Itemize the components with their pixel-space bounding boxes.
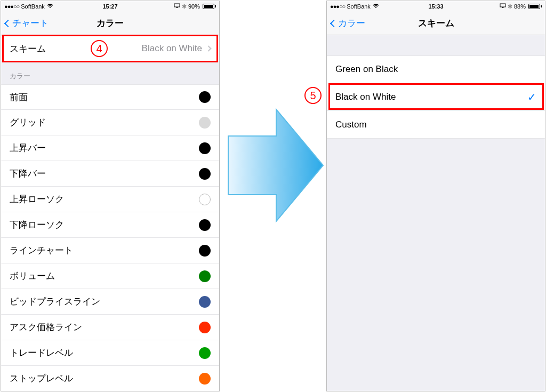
back-button[interactable]: カラー xyxy=(331,17,365,29)
status-time: 15:33 xyxy=(327,3,545,10)
phone-right: ●●●○○ SoftBank 15:33 ✱ 88% カラー スキーム Gree… xyxy=(326,1,545,391)
color-row-label: グリッド xyxy=(10,116,46,129)
back-label: チャート xyxy=(12,17,49,29)
battery-icon xyxy=(202,4,216,9)
color-row-label: ラインチャート xyxy=(10,244,73,257)
color-row[interactable]: ボリューム xyxy=(1,263,219,289)
phone-left: ●●●○○ SoftBank 15:27 ✱ 90% チャート カラー スキーム… xyxy=(1,1,220,391)
status-bar: ●●●○○ SoftBank 15:27 ✱ 90% xyxy=(1,1,219,12)
color-swatch xyxy=(199,245,211,257)
color-swatch xyxy=(199,142,211,154)
color-row-label: ビッドプライスライン xyxy=(10,295,100,308)
color-swatch xyxy=(199,322,211,333)
scheme-row-label: スキーム xyxy=(10,43,46,55)
color-row[interactable]: ラインチャート xyxy=(1,238,219,263)
color-row-label: 上昇バー xyxy=(10,142,46,154)
status-time: 15:27 xyxy=(1,3,219,10)
scheme-option-label: Green on Black xyxy=(335,64,398,75)
color-row[interactable]: ビッドプライスライン xyxy=(1,289,219,315)
scheme-option-label: Custom xyxy=(335,119,367,130)
color-row[interactable]: 下降バー xyxy=(1,161,219,187)
color-row-label: ボリューム xyxy=(10,270,55,282)
scheme-option-row[interactable]: Black on White✓ xyxy=(327,83,545,111)
nav-bar: チャート カラー xyxy=(1,12,219,35)
color-swatch xyxy=(199,373,211,385)
color-row[interactable]: アスク価格ライン xyxy=(1,315,219,340)
color-row-label: 下降バー xyxy=(10,167,46,180)
scheme-option-label: Black on White xyxy=(335,92,396,102)
color-row[interactable]: 上昇バー xyxy=(1,135,219,161)
scheme-row-value: Black on White xyxy=(142,43,202,54)
annotation-number-5: 5 xyxy=(304,87,322,104)
color-row-label: 前面 xyxy=(10,91,28,103)
scheme-row[interactable]: スキーム Black on White xyxy=(1,35,219,62)
scheme-option-row[interactable]: Custom xyxy=(327,111,545,139)
chevron-left-icon xyxy=(330,19,338,27)
color-row[interactable]: グリッド xyxy=(1,110,219,135)
color-row-label: 下降ローソク xyxy=(10,219,64,231)
color-swatch xyxy=(199,219,211,231)
color-row[interactable]: ストップレベル xyxy=(1,366,219,391)
arrow-icon xyxy=(223,107,324,224)
annotation-number-4: 4 xyxy=(91,40,108,57)
status-bar: ●●●○○ SoftBank 15:33 ✱ 88% xyxy=(327,1,545,12)
checkmark-icon: ✓ xyxy=(527,91,536,103)
chevron-right-icon xyxy=(205,45,211,51)
color-row-label: トレードレベル xyxy=(10,347,73,359)
chevron-left-icon xyxy=(4,19,12,27)
color-swatch xyxy=(199,168,211,180)
color-list: 前面グリッド上昇バー下降バー上昇ローソク下降ローソクラインチャートボリュームビッ… xyxy=(1,84,219,391)
color-swatch xyxy=(199,194,211,205)
color-swatch xyxy=(199,270,211,282)
color-swatch xyxy=(199,117,211,129)
back-label: カラー xyxy=(338,17,365,29)
nav-bar: カラー スキーム xyxy=(327,12,545,35)
color-row[interactable]: 前面 xyxy=(1,84,219,110)
back-button[interactable]: チャート xyxy=(5,17,49,29)
color-row-label: 上昇ローソク xyxy=(10,193,64,205)
color-swatch xyxy=(199,347,211,359)
color-swatch xyxy=(199,296,211,308)
color-swatch xyxy=(199,91,211,103)
color-row[interactable]: 下降ローソク xyxy=(1,212,219,238)
color-row-label: ストップレベル xyxy=(10,372,73,385)
color-row[interactable]: トレードレベル xyxy=(1,340,219,366)
color-row[interactable]: 上昇ローソク xyxy=(1,187,219,212)
scheme-option-row[interactable]: Green on Black xyxy=(327,55,545,83)
color-row-label: アスク価格ライン xyxy=(10,321,82,333)
scheme-list: Green on BlackBlack on White✓Custom xyxy=(327,55,545,139)
section-header-color: カラー xyxy=(1,62,219,84)
battery-icon xyxy=(527,4,542,9)
